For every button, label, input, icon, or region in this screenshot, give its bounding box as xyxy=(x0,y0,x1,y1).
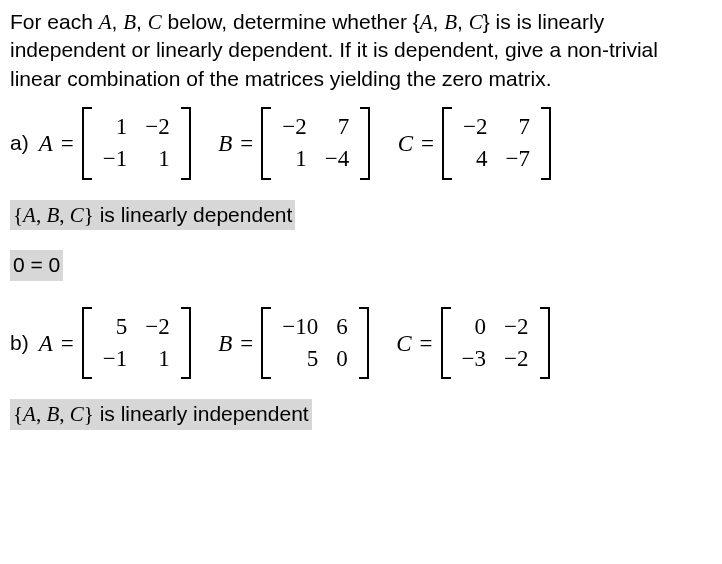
part-b-label: b) xyxy=(10,329,29,357)
var-B: B xyxy=(123,10,136,34)
part-a-answer: {A, B, C} is linearly dependent xyxy=(10,200,712,230)
part-b-answer: {A, B, C} is linearly independent xyxy=(10,399,712,429)
intro-text: For each xyxy=(10,10,99,33)
answer-set: {A, B, C} xyxy=(13,402,94,426)
part-a-matrix-B: −27 1−4 xyxy=(261,107,370,180)
part-a-matrices: a) A = 1−2 −11 B = −27 1−4 C = −27 xyxy=(10,107,712,180)
var-C: C xyxy=(148,10,162,34)
part-a-combo: 0 = 0 xyxy=(10,250,712,280)
part-a: a) A = 1−2 −11 B = −27 1−4 C = −27 xyxy=(10,107,712,281)
part-b-B-name: B xyxy=(218,328,232,359)
part-a-matrix-A: 1−2 −11 xyxy=(82,107,191,180)
part-b-A-name: A xyxy=(39,328,53,359)
part-b-matrix-C: 0−2 −3−2 xyxy=(441,307,550,380)
answer-set: {A, B, C} xyxy=(13,203,94,227)
question-intro: For each A, B, C below, determine whethe… xyxy=(10,8,712,93)
part-b-matrices: b) A = 5−2 −11 B = −106 50 C = 0−2 xyxy=(10,307,712,380)
part-a-B-name: B xyxy=(218,128,232,159)
part-a-C-name: C xyxy=(398,128,413,159)
part-a-A-name: A xyxy=(39,128,53,159)
part-b: b) A = 5−2 −11 B = −106 50 C = 0−2 xyxy=(10,307,712,430)
answer-highlight[interactable]: {A, B, C} is linearly dependent xyxy=(10,200,295,230)
part-b-matrix-A: 5−2 −11 xyxy=(82,307,191,380)
var-A: A xyxy=(99,10,112,34)
part-b-matrix-B: −106 50 xyxy=(261,307,368,380)
answer-highlight[interactable]: {A, B, C} is linearly independent xyxy=(10,399,312,429)
part-a-matrix-C: −27 4−7 xyxy=(442,107,551,180)
part-a-label: a) xyxy=(10,129,29,157)
part-b-C-name: C xyxy=(396,328,411,359)
combo-highlight[interactable]: 0 = 0 xyxy=(10,250,63,280)
